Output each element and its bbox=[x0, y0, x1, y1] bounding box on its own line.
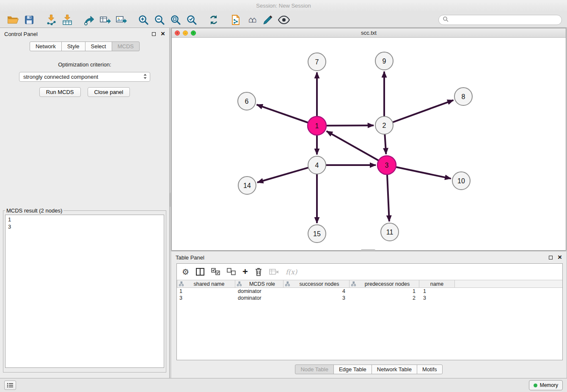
task-history-icon[interactable] bbox=[4, 381, 16, 390]
import-network-file-icon[interactable] bbox=[43, 13, 59, 27]
network-window-titlebar[interactable]: scc.txt × − + bbox=[172, 28, 566, 38]
eye-icon[interactable] bbox=[276, 13, 292, 27]
clipboard-network-icon[interactable] bbox=[228, 13, 244, 27]
graph-node[interactable]: 7 bbox=[308, 53, 326, 71]
graph-edge[interactable] bbox=[257, 168, 308, 182]
selected-criterion: strongly connected component bbox=[23, 74, 143, 80]
open-session-icon[interactable] bbox=[5, 13, 21, 27]
mcds-result-list[interactable]: 1 3 bbox=[5, 215, 164, 368]
select-chevrons-icon bbox=[143, 73, 147, 81]
optimization-criterion-select[interactable]: strongly connected component bbox=[19, 72, 150, 82]
run-mcds-button[interactable]: Run MCDS bbox=[39, 87, 81, 97]
column-header-name[interactable]: name bbox=[419, 280, 455, 288]
tab-select[interactable]: Select bbox=[85, 41, 112, 51]
cell-shared-name[interactable]: 3 bbox=[177, 295, 235, 301]
column-type-icon bbox=[351, 282, 356, 286]
column-header-predecessor-nodes[interactable]: predecessor nodes bbox=[349, 280, 419, 288]
deselect-all-columns-icon[interactable] bbox=[227, 266, 236, 278]
add-column-icon[interactable]: + bbox=[242, 266, 248, 278]
splitter-handle[interactable] bbox=[170, 193, 171, 207]
close-panel-button[interactable]: Close panel bbox=[88, 87, 130, 97]
refresh-layout-icon[interactable] bbox=[206, 13, 222, 27]
table-row[interactable]: 3 dominator 3 2 3 bbox=[177, 295, 562, 301]
cell-name[interactable]: 3 bbox=[421, 295, 457, 301]
svg-text:14: 14 bbox=[243, 182, 251, 189]
float-table-panel-icon[interactable] bbox=[549, 256, 553, 259]
svg-text:1: 1 bbox=[315, 122, 319, 130]
cell-successor-nodes[interactable]: 4 bbox=[284, 288, 350, 294]
tab-network[interactable]: Network bbox=[30, 41, 62, 51]
close-table-panel-icon[interactable]: × bbox=[558, 255, 562, 260]
graph-node[interactable]: 1 bbox=[308, 116, 326, 135]
cell-predecessor-nodes[interactable]: 2 bbox=[350, 295, 421, 301]
float-panel-icon[interactable] bbox=[152, 32, 156, 36]
tab-motifs[interactable]: Motifs bbox=[417, 364, 443, 374]
import-table-file-icon[interactable] bbox=[59, 13, 75, 27]
graph-node[interactable]: 14 bbox=[238, 177, 256, 194]
graph-edge[interactable] bbox=[387, 174, 389, 221]
select-all-columns-icon[interactable] bbox=[211, 266, 220, 278]
export-table-icon[interactable] bbox=[97, 13, 113, 27]
tab-node-table[interactable]: Node Table bbox=[295, 364, 334, 374]
window-minimize-icon[interactable]: − bbox=[183, 30, 188, 36]
graph-edge[interactable] bbox=[393, 100, 454, 122]
control-panel-title: Control Panel bbox=[4, 31, 38, 37]
tab-edge-table[interactable]: Edge Table bbox=[333, 364, 372, 374]
cell-mcds-role[interactable]: dominator bbox=[235, 288, 284, 294]
graph-node[interactable]: 15 bbox=[308, 225, 326, 243]
table-area: ⚙ bbox=[176, 263, 563, 360]
zoom-fit-icon[interactable] bbox=[168, 13, 184, 27]
cell-name[interactable]: 1 bbox=[421, 288, 457, 294]
table-panel: Table Panel × ⚙ bbox=[171, 251, 566, 378]
export-image-icon[interactable] bbox=[113, 13, 129, 27]
zoom-selected-icon[interactable] bbox=[184, 13, 200, 27]
column-header-mcds-role[interactable]: MCDS role bbox=[235, 280, 284, 288]
main-toolbar: ⌂⌂ bbox=[0, 12, 567, 28]
graph-node[interactable]: 6 bbox=[238, 92, 256, 110]
close-panel-icon[interactable]: × bbox=[161, 31, 165, 36]
network-canvas[interactable]: 7968124314101511 bbox=[172, 38, 566, 250]
graph-edge[interactable] bbox=[396, 167, 451, 179]
graph-node[interactable]: 4 bbox=[308, 156, 326, 174]
cell-predecessor-nodes[interactable]: 1 bbox=[350, 288, 421, 294]
table-settings-gear-icon[interactable]: ⚙ bbox=[182, 266, 189, 278]
mcds-result-line: 3 bbox=[8, 223, 161, 230]
graph-edge[interactable] bbox=[385, 134, 386, 154]
graph-node[interactable]: 10 bbox=[452, 172, 470, 190]
graph-edge[interactable] bbox=[257, 105, 308, 122]
tab-style[interactable]: Style bbox=[61, 41, 85, 51]
mcds-result-box: MCDS result (2 nodes) 1 3 bbox=[3, 207, 166, 373]
tab-network-table[interactable]: Network Table bbox=[372, 364, 417, 374]
column-header-successor-nodes[interactable]: successor nodes bbox=[283, 280, 350, 288]
window-close-icon[interactable]: × bbox=[175, 30, 180, 36]
save-session-icon[interactable] bbox=[21, 13, 37, 27]
new-network-icon[interactable] bbox=[81, 13, 97, 27]
cell-mcds-role[interactable]: dominator bbox=[235, 295, 284, 301]
splitter-handle[interactable] bbox=[361, 249, 375, 251]
column-header-shared-name[interactable]: shared name bbox=[177, 280, 235, 288]
memory-button[interactable]: Memory bbox=[529, 380, 563, 390]
graph-node[interactable]: 9 bbox=[375, 52, 393, 70]
zoom-in-icon[interactable] bbox=[135, 13, 151, 27]
home-icon[interactable]: ⌂⌂ bbox=[244, 13, 260, 27]
function-builder-icon[interactable]: f(x) bbox=[286, 266, 297, 278]
graph-node[interactable]: 3 bbox=[377, 156, 396, 174]
cell-shared-name[interactable]: 1 bbox=[177, 288, 235, 294]
network-graph[interactable]: 7968124314101511 bbox=[172, 38, 566, 250]
svg-text:8: 8 bbox=[462, 93, 465, 100]
graph-edge[interactable] bbox=[327, 131, 379, 160]
graph-node[interactable]: 2 bbox=[375, 116, 393, 134]
delete-column-icon[interactable] bbox=[254, 266, 263, 278]
window-zoom-icon[interactable]: + bbox=[191, 30, 196, 36]
show-columns-icon[interactable] bbox=[195, 266, 205, 278]
tab-mcds[interactable]: MCDS bbox=[112, 41, 140, 51]
delete-table-icon[interactable] bbox=[269, 266, 279, 278]
apply-style-icon[interactable] bbox=[260, 13, 276, 27]
toolbar-search-input[interactable] bbox=[451, 17, 558, 23]
graph-node[interactable]: 8 bbox=[454, 88, 472, 105]
zoom-out-icon[interactable] bbox=[151, 13, 168, 27]
graph-node[interactable]: 11 bbox=[381, 223, 399, 241]
cell-successor-nodes[interactable]: 3 bbox=[284, 295, 350, 301]
table-row[interactable]: 1 dominator 4 1 1 bbox=[177, 288, 562, 295]
graph-edge[interactable] bbox=[326, 125, 374, 126]
